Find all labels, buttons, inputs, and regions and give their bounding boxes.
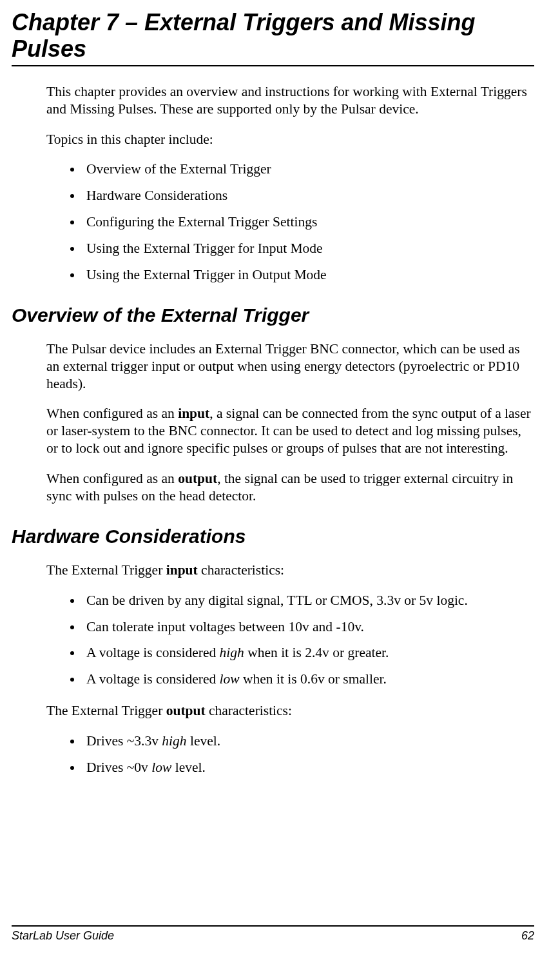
text-run: level.: [171, 760, 206, 775]
list-item: A voltage is considered high when it is …: [82, 644, 534, 662]
text-run: characteristics:: [198, 562, 284, 578]
text-run: The External Trigger: [46, 703, 166, 718]
text-run: level.: [187, 733, 221, 749]
text-run: When configured as an: [46, 471, 178, 486]
list-item: Using the External Trigger in Output Mod…: [82, 266, 534, 284]
footer-guide-title: StarLab User Guide: [12, 929, 114, 943]
list-item: Overview of the External Trigger: [82, 161, 534, 178]
list-item: Hardware Considerations: [82, 187, 534, 204]
text-run: When configured as an: [46, 406, 178, 421]
footer-page-number: 62: [521, 929, 534, 943]
overview-block: The Pulsar device includes an External T…: [46, 340, 534, 505]
output-characteristics-list: Drives ~3.3v high level. Drives ~0v low …: [82, 732, 534, 776]
text-run: The External Trigger: [46, 562, 166, 578]
overview-p2: When configured as an input, a signal ca…: [46, 405, 534, 457]
hardware-block: The External Trigger input characteristi…: [46, 562, 534, 776]
output-characteristics-lead: The External Trigger output characterist…: [46, 702, 534, 720]
intro-block: This chapter provides an overview and in…: [46, 83, 534, 284]
bold-run: input: [178, 406, 209, 421]
chapter-title: Chapter 7 – External Triggers and Missin…: [12, 9, 534, 63]
list-item: Can tolerate input voltages between 10v …: [82, 618, 534, 636]
section-heading-overview: Overview of the External Trigger: [12, 304, 534, 326]
italic-run: high: [162, 733, 186, 749]
text-run: A voltage is considered: [86, 645, 220, 660]
list-item: A voltage is considered low when it is 0…: [82, 671, 534, 688]
text-run: Drives ~3.3v: [86, 733, 162, 749]
text-run: when it is 2.4v or greater.: [244, 645, 389, 660]
text-run: Drives ~0v: [86, 760, 151, 775]
italic-run: low: [151, 760, 171, 775]
list-item: Configuring the External Trigger Setting…: [82, 213, 534, 231]
intro-paragraph: This chapter provides an overview and in…: [46, 83, 534, 118]
italic-run: high: [220, 645, 244, 660]
list-item: Drives ~0v low level.: [82, 759, 534, 776]
overview-p3: When configured as an output, the signal…: [46, 470, 534, 505]
text-run: when it is 0.6v or smaller.: [240, 671, 387, 687]
text-run: characteristics:: [206, 703, 292, 718]
page-footer: StarLab User Guide 62: [12, 925, 534, 943]
italic-run: low: [220, 671, 240, 687]
overview-p1: The Pulsar device includes an External T…: [46, 340, 534, 393]
footer-row: StarLab User Guide 62: [12, 929, 534, 943]
bold-run: output: [166, 703, 206, 718]
list-item: Can be driven by any digital signal, TTL…: [82, 592, 534, 609]
topics-lead: Topics in this chapter include:: [46, 131, 534, 148]
section-heading-hardware: Hardware Considerations: [12, 526, 534, 547]
text-run: A voltage is considered: [86, 671, 220, 687]
chapter-title-rule: [12, 65, 534, 66]
input-characteristics-list: Can be driven by any digital signal, TTL…: [82, 592, 534, 689]
bold-run: output: [178, 471, 217, 486]
footer-rule: [12, 925, 534, 927]
input-characteristics-lead: The External Trigger input characteristi…: [46, 562, 534, 579]
bold-run: input: [166, 562, 198, 578]
topics-list: Overview of the External Trigger Hardwar…: [82, 161, 534, 283]
list-item: Using the External Trigger for Input Mod…: [82, 240, 534, 257]
list-item: Drives ~3.3v high level.: [82, 732, 534, 750]
